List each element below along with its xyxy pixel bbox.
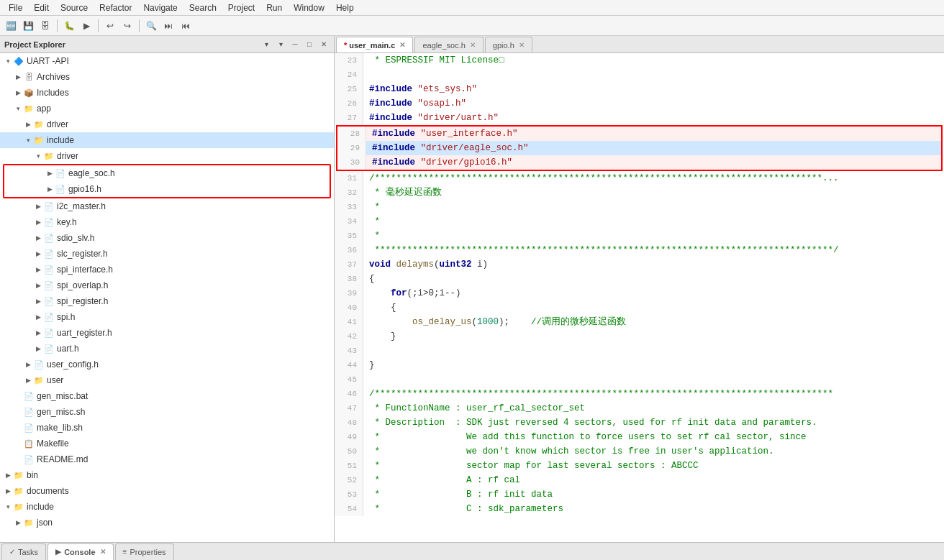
code-line-49: 49 * We add this function to force users… [335, 430, 944, 444]
tree-item-makefile[interactable]: 📋 Makefile [0, 436, 334, 451]
tree-item-gen-bat[interactable]: 📄 gen_misc.bat [0, 388, 334, 404]
tree-item-slc[interactable]: ▶ 📄 slc_register.h [0, 246, 334, 262]
arrow-bin: ▶ [3, 470, 13, 480]
tree-item-json[interactable]: ▶ 📁 json [0, 515, 334, 531]
toolbar-debug[interactable]: 🐛 [61, 18, 77, 34]
tab-gpio-h[interactable]: gpio.h ✕ [485, 37, 532, 52]
tree-item-make-lib[interactable]: 📄 make_lib.sh [0, 420, 334, 436]
bottom-tab-tasks[interactable]: ✓ Tasks [1, 543, 46, 560]
line-num-49: 49 [335, 430, 363, 444]
tree-item-uart-reg[interactable]: ▶ 📄 uart_register.h [0, 325, 334, 341]
toolbar-undo[interactable]: ↩ [102, 18, 118, 34]
toolbar-next[interactable]: ⏭ [160, 18, 176, 34]
tab-user-main-close[interactable]: ✕ [399, 41, 405, 49]
arrow-sdio: ▶ [33, 233, 43, 243]
panel-header-icons: ▾ ▾ ─ □ ✕ [260, 39, 330, 50]
toolbar-save[interactable]: 💾 [20, 18, 36, 34]
toolbar-prev[interactable]: ⏮ [178, 18, 194, 34]
menu-edit[interactable]: Edit [28, 1, 55, 14]
tree-item-documents[interactable]: ▶ 📁 documents [0, 483, 334, 499]
bottom-tab-console[interactable]: ▶ Console ✕ [47, 543, 113, 560]
label-includes: Includes [37, 88, 69, 98]
tree-item-gpio16[interactable]: ▶ 📄 gpio16.h [4, 181, 330, 197]
line-content-25: #include "ets_sys.h" [363, 82, 477, 96]
line-num-26: 26 [335, 96, 363, 111]
arrow-spi-overlap: ▶ [33, 280, 43, 290]
tab-user-main-label: user_main.c [349, 41, 395, 50]
arrow-spi: ▶ [33, 312, 43, 322]
tree-item-readme[interactable]: 📄 README.md [0, 451, 334, 467]
menu-run[interactable]: Run [260, 1, 288, 14]
menu-navigate[interactable]: Navigate [137, 1, 183, 14]
file-tree: ▾ 🔷 UART -API ▶ 🗄 Archives ▶ 📦 Includes … [0, 53, 334, 542]
tab-gpio-h-close[interactable]: ✕ [519, 41, 525, 49]
arrow-i2c: ▶ [33, 201, 43, 211]
arrow-uart-reg: ▶ [33, 328, 43, 338]
tree-item-bin[interactable]: ▶ 📁 bin [0, 467, 334, 483]
tree-item-includes[interactable]: ▶ 📦 Includes [0, 85, 334, 101]
toolbar-search[interactable]: 🔍 [143, 18, 159, 34]
tree-item-gen-sh[interactable]: 📄 gen_misc.sh [0, 404, 334, 420]
label-eagle-soc: eagle_soc.h [68, 168, 115, 178]
arrow-gen-sh [13, 407, 23, 417]
menu-refactor[interactable]: Refactor [94, 1, 137, 14]
code-line-43: 43 [335, 344, 944, 358]
menu-help[interactable]: Help [330, 1, 360, 14]
tree-item-driver2[interactable]: ▾ 📁 driver [0, 148, 334, 164]
bottom-tab-console-close[interactable]: ✕ [100, 548, 106, 556]
line-num-23: 23 [335, 53, 363, 68]
tab-eagle-soc[interactable]: eagle_soc.h ✕ [414, 37, 483, 52]
icon-slc: 📄 [43, 248, 55, 260]
icon-spi-overlap: 📄 [43, 280, 55, 291]
tree-item-spi-reg[interactable]: ▶ 📄 spi_register.h [0, 293, 334, 309]
tree-item-spi[interactable]: ▶ 📄 spi.h [0, 309, 334, 325]
line-content-53: * B : rf init data [363, 487, 553, 502]
tree-item-sdio[interactable]: ▶ 📄 sdio_slv.h [0, 230, 334, 246]
tree-item-driver[interactable]: ▶ 📁 driver [0, 116, 334, 132]
tree-item-uart-api[interactable]: ▾ 🔷 UART -API [0, 53, 334, 69]
toolbar-run[interactable]: ▶ [78, 18, 94, 34]
tree-item-include-root[interactable]: ▾ 📁 include [0, 499, 334, 515]
tree-item-i2c[interactable]: ▶ 📄 i2c_master.h [0, 198, 334, 214]
menu-project[interactable]: Project [222, 1, 260, 14]
bottom-tab-properties[interactable]: ≡ Properties [115, 543, 174, 560]
menu-file[interactable]: File [3, 1, 28, 14]
label-readme: README.md [37, 454, 88, 464]
icon-json: 📁 [23, 517, 35, 528]
panel-collapse-btn[interactable]: ▾ [260, 39, 272, 50]
line-num-52: 52 [335, 473, 363, 487]
panel-close-btn[interactable]: ✕ [318, 39, 330, 50]
code-line-27: 27 #include "driver/uart.h" [335, 111, 944, 125]
tree-item-user-config[interactable]: ▶ 📄 user_config.h [0, 357, 334, 372]
line-num-32: 32 [335, 185, 363, 200]
menu-window[interactable]: Window [288, 1, 330, 14]
code-line-50: 50 * we don't know which sector is free … [335, 444, 944, 459]
code-line-35: 35 * [335, 229, 944, 243]
console-icon: ▶ [55, 548, 61, 556]
tree-item-user-folder[interactable]: ▶ 📁 user [0, 372, 334, 388]
menu-search[interactable]: Search [183, 1, 222, 14]
tree-item-spi-overlap[interactable]: ▶ 📄 spi_overlap.h [0, 277, 334, 293]
tree-item-uart-h[interactable]: ▶ 📄 uart.h [0, 341, 334, 357]
tab-eagle-soc-close[interactable]: ✕ [470, 41, 476, 49]
arrow-documents: ▶ [3, 486, 13, 496]
line-content-32: * 毫秒延迟函数 [363, 185, 442, 200]
toolbar-redo[interactable]: ↪ [119, 18, 135, 34]
toolbar-save-all[interactable]: 🗄 [37, 18, 53, 34]
tree-item-spi-intf[interactable]: ▶ 📄 spi_interface.h [0, 262, 334, 277]
tree-item-archives[interactable]: ▶ 🗄 Archives [0, 69, 334, 85]
toolbar-new[interactable]: 🆕 [3, 18, 19, 34]
code-line-54: 54 * C : sdk_parameters [335, 502, 944, 516]
tree-item-eagle-soc[interactable]: ▶ 📄 eagle_soc.h [4, 165, 330, 181]
menu-source[interactable]: Source [55, 1, 94, 14]
tree-item-include[interactable]: ▾ 📁 include [0, 132, 334, 148]
tree-item-app[interactable]: ▾ 📁 app [0, 101, 334, 116]
code-editor[interactable]: 23 * ESPRESSIF MIT License□ 24 25 #inclu… [335, 53, 944, 542]
tab-user-main[interactable]: * user_main.c ✕ [336, 37, 413, 52]
line-num-39: 39 [335, 286, 363, 300]
panel-menu-btn[interactable]: ▾ [275, 39, 286, 50]
panel-maximize-btn[interactable]: □ [304, 39, 315, 50]
code-line-30: 30 #include "driver/gpio16.h" [337, 155, 941, 170]
tree-item-key[interactable]: ▶ 📄 key.h [0, 214, 334, 230]
panel-minimize-btn[interactable]: ─ [289, 39, 301, 50]
